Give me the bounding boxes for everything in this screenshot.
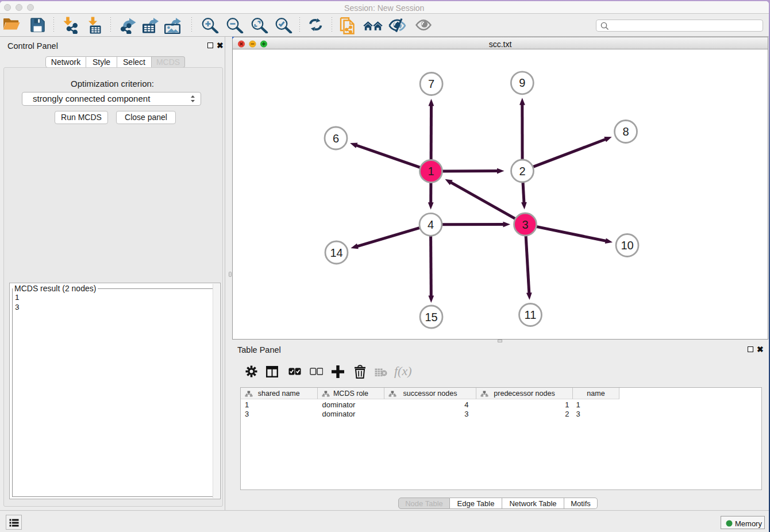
svg-text:6: 6 bbox=[333, 132, 339, 145]
svg-text:7: 7 bbox=[428, 78, 434, 90]
svg-text:11: 11 bbox=[525, 309, 537, 321]
svg-text:2: 2 bbox=[519, 165, 525, 178]
svg-text:10: 10 bbox=[621, 239, 633, 252]
svg-text:14: 14 bbox=[330, 246, 342, 259]
svg-text:3: 3 bbox=[522, 218, 528, 231]
svg-text:1: 1 bbox=[428, 165, 434, 178]
svg-text:15: 15 bbox=[425, 311, 437, 323]
svg-text:9: 9 bbox=[519, 76, 525, 89]
svg-text:8: 8 bbox=[622, 125, 629, 138]
svg-text:4: 4 bbox=[428, 218, 434, 231]
